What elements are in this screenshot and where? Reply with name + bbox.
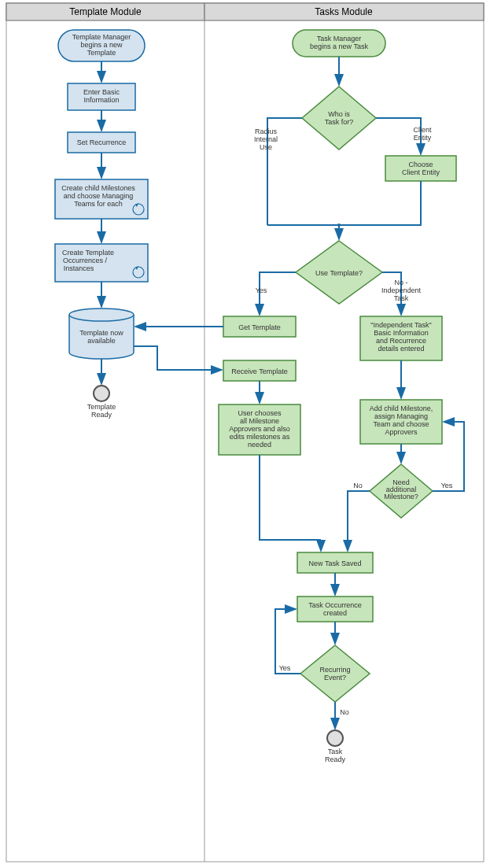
svg-text:New Task Saved: New Task Saved <box>309 560 362 567</box>
svg-text:Receive Template: Receive Template <box>231 368 287 375</box>
svg-text:Enter BasicInformation: Enter BasicInformation <box>83 88 120 104</box>
svg-text:TaskReady: TaskReady <box>325 748 346 763</box>
task-ready-end <box>327 730 343 746</box>
svg-text:Yes: Yes <box>441 482 453 489</box>
arrow <box>348 491 370 540</box>
svg-text:Yes: Yes <box>279 664 291 672</box>
svg-text:Yes: Yes <box>256 286 267 294</box>
svg-point-13 <box>337 223 341 227</box>
svg-text:Who isTask for?: Who isTask for? <box>325 110 354 126</box>
tasks-lane-title: Tasks Module <box>315 6 373 17</box>
svg-text:Task Managerbegins a new Task: Task Managerbegins a new Task <box>310 35 368 50</box>
svg-text:Use Template?: Use Template? <box>315 269 363 277</box>
svg-text:No -IndependentTask: No -IndependentTask <box>381 279 422 302</box>
arrow <box>260 455 321 540</box>
arrow <box>267 181 421 225</box>
svg-text:No: No <box>353 482 363 489</box>
svg-text:RecurringEvent?: RecurringEvent? <box>319 666 350 681</box>
template-ready-end <box>94 386 109 401</box>
template-lane-title: Template Module <box>69 6 142 17</box>
svg-text:ClientEntity: ClientEntity <box>413 126 432 142</box>
svg-text:Set Recurrence: Set Recurrence <box>77 139 127 146</box>
arrow <box>134 346 222 370</box>
template-available-db: Template nowavailable <box>69 308 134 359</box>
flowchart-diagram: Template Module Tasks Module Template Ma… <box>0 0 490 868</box>
svg-text:RadiusInternalUse: RadiusInternalUse <box>254 127 278 151</box>
svg-text:No: No <box>340 708 349 716</box>
svg-text:TemplateReady: TemplateReady <box>87 403 116 419</box>
svg-point-5 <box>69 308 134 321</box>
svg-text:Get Template: Get Template <box>238 323 280 331</box>
svg-text:"Independent Task"Basic Inform: "Independent Task"Basic Informationand R… <box>370 321 431 353</box>
